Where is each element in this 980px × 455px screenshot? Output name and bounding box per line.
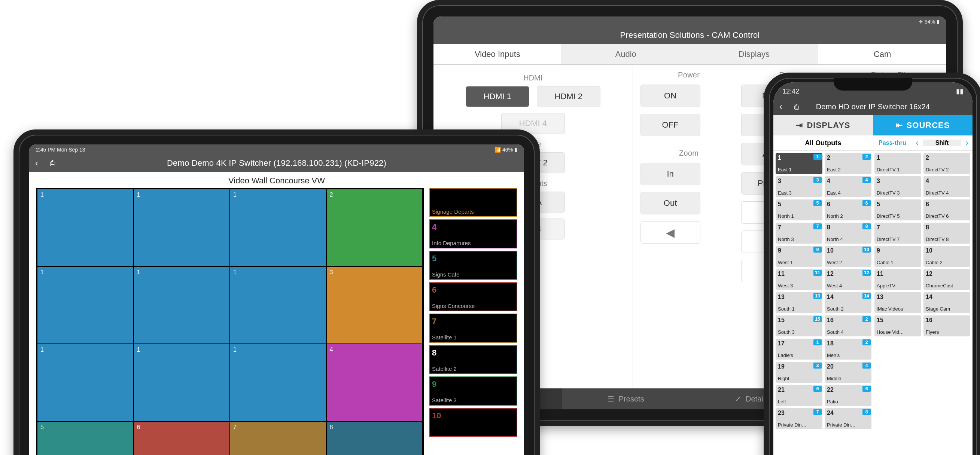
output-cell[interactable]: 6North 26 — [825, 199, 872, 220]
source-cell[interactable]: 11AppleTV — [875, 269, 921, 290]
vw-cell[interactable]: 5 — [37, 421, 134, 455]
power-on-button[interactable]: ON — [641, 84, 700, 107]
hdmi1-button[interactable]: HDMI 1 — [466, 86, 529, 107]
hdmi2-button[interactable]: HDMI 2 — [537, 86, 600, 107]
output-cell[interactable]: 9West 19 — [776, 246, 822, 267]
seg-displays[interactable]: ⇥ DISPLAYS — [773, 115, 873, 135]
source-cell[interactable]: 16Flyers — [923, 315, 970, 336]
back-chevron-icon[interactable]: ‹ — [35, 158, 38, 169]
output-cell[interactable]: 15South 315 — [776, 315, 822, 336]
source-cell[interactable]: 5DirectTV 5 — [875, 199, 921, 220]
power-off-button[interactable]: OFF — [641, 114, 700, 136]
vw-cell[interactable]: 7 — [230, 421, 326, 455]
vw-cell[interactable]: 1 — [37, 344, 134, 421]
output-cell[interactable]: 1East 11 — [776, 153, 822, 174]
output-cell[interactable]: 23Private Din…7 — [776, 408, 822, 429]
output-label: West 2 — [827, 260, 869, 265]
nav-left-button[interactable]: ◀ — [641, 221, 700, 243]
share-icon[interactable]: ⎙ — [794, 102, 799, 111]
output-cell[interactable]: 5North 15 — [776, 199, 822, 220]
tab-cam[interactable]: Cam — [818, 44, 946, 64]
source-cell[interactable]: 10Cable 2 — [923, 246, 970, 267]
zoom-in-button[interactable]: In — [641, 163, 700, 185]
pass-thru-button[interactable]: Pass-thru — [873, 140, 912, 146]
output-label: Ladie's — [778, 353, 820, 358]
source-item[interactable]: 6 Signs Concourse — [429, 282, 517, 311]
bottom-tab-presets[interactable]: ☰ Presets — [562, 388, 690, 409]
output-cell[interactable]: 24Private Din…8 — [825, 408, 872, 429]
source-cell[interactable]: 7DirectTV 7 — [875, 223, 921, 243]
output-cell[interactable]: 8North 48 — [825, 223, 872, 243]
shift-right-icon[interactable]: › — [961, 138, 972, 148]
route-badge: 11 — [813, 270, 822, 276]
source-num: 5 — [877, 201, 919, 208]
vw-cell[interactable]: 1 — [134, 189, 230, 266]
back-chevron-icon[interactable]: ‹ — [780, 102, 782, 112]
source-cell[interactable]: 2DirectTV 2 — [923, 153, 970, 174]
output-cell[interactable]: 18Men's2 — [825, 339, 872, 360]
source-item[interactable]: 10 — [429, 408, 517, 437]
source-item[interactable]: 7 Satellite 1 — [429, 313, 517, 343]
output-cell[interactable]: 3East 33 — [776, 176, 822, 197]
vw-cell[interactable]: 1 — [230, 344, 326, 421]
source-item[interactable]: 9 Satellite 3 — [429, 376, 517, 406]
source-cell[interactable]: 13iMac Videos — [875, 292, 921, 313]
output-label: Private Din… — [827, 422, 869, 428]
route-badge: 9 — [813, 247, 822, 253]
tab-video-inputs[interactable]: Video Inputs — [433, 44, 562, 64]
tab-displays[interactable]: Displays — [690, 44, 818, 64]
output-cell[interactable]: 16South 42 — [825, 315, 872, 336]
vw-cell[interactable]: 1 — [230, 189, 326, 266]
source-item[interactable]: 8 Satellite 2 — [429, 345, 517, 374]
source-cell[interactable]: 6DirectTV 6 — [923, 199, 970, 220]
source-label: DirectTV 4 — [926, 191, 968, 196]
output-cell[interactable]: 7North 37 — [776, 223, 822, 243]
vw-cell[interactable]: 1 — [134, 344, 230, 421]
output-cell[interactable]: 2East 22 — [825, 153, 872, 174]
output-cell[interactable]: 19Right3 — [776, 362, 822, 383]
output-cell[interactable]: 13South 113 — [776, 292, 822, 313]
source-cell[interactable]: 12ChromeCast — [923, 269, 970, 290]
source-label: Cable 2 — [926, 260, 968, 265]
vw-cell[interactable]: 1 — [230, 266, 326, 344]
source-cell[interactable]: 15House Vid… — [875, 315, 921, 336]
tab-audio[interactable]: Audio — [562, 44, 690, 64]
output-cell[interactable]: 10West 210 — [825, 246, 872, 267]
output-cell[interactable]: 22Patio6 — [825, 385, 872, 406]
vw-cell[interactable]: 2 — [326, 189, 423, 266]
output-cell[interactable]: 21Left6 — [776, 385, 822, 406]
vw-cell[interactable]: 8 — [326, 421, 423, 455]
vw-cell[interactable]: 3 — [326, 266, 423, 344]
vw-cell[interactable]: 1 — [37, 266, 134, 344]
all-outputs-label[interactable]: All Outputs — [773, 135, 873, 150]
source-cell[interactable]: 4DirectTV 4 — [923, 176, 970, 197]
output-cell[interactable]: 17Ladie's1 — [776, 339, 822, 360]
source-cell[interactable]: 3DirectTV 3 — [875, 176, 921, 197]
source-item[interactable]: 5 Signs Cafe — [429, 251, 517, 280]
source-cell[interactable]: 9Cable 1 — [875, 246, 921, 267]
source-cell[interactable]: 1DirectTV 1 — [875, 153, 921, 174]
source-item[interactable]: 4 Info Departures — [429, 219, 517, 248]
share-icon[interactable]: ⎙ — [50, 158, 55, 168]
output-cell[interactable]: 20Middle4 — [825, 362, 872, 383]
output-cell[interactable]: 11West 311 — [776, 269, 822, 290]
source-list[interactable]: Signage Departs 4 Info Departures 5 Sign… — [429, 188, 517, 455]
vw-cell[interactable]: 4 — [326, 344, 423, 421]
shift-left-icon[interactable]: ‹ — [912, 138, 923, 148]
shift-button[interactable]: Shift — [923, 140, 961, 146]
vw-cell[interactable]: 6 — [134, 421, 230, 455]
source-cell[interactable]: 8DirectTV 8 — [923, 223, 970, 243]
output-cell[interactable]: 14South 214 — [825, 292, 872, 313]
seg-sources[interactable]: ⇤ SOURCES — [873, 115, 972, 135]
output-cell[interactable]: 12West 412 — [825, 269, 872, 290]
output-label: South 3 — [778, 330, 820, 335]
source-cell[interactable]: 14Stage Cam — [923, 292, 970, 313]
source-num: 7 — [877, 224, 919, 231]
video-wall-grid: 1 1 1 2 1 1 1 3 1 1 1 4 5 6 7 8 — [36, 188, 424, 455]
hdmi-heading: HDMI — [433, 74, 633, 82]
zoom-out-button[interactable]: Out — [641, 192, 700, 215]
output-cell[interactable]: 4East 44 — [825, 176, 872, 197]
vw-cell[interactable]: 1 — [134, 266, 230, 344]
vw-cell[interactable]: 1 — [37, 189, 134, 266]
source-item[interactable]: Signage Departs — [429, 188, 517, 217]
